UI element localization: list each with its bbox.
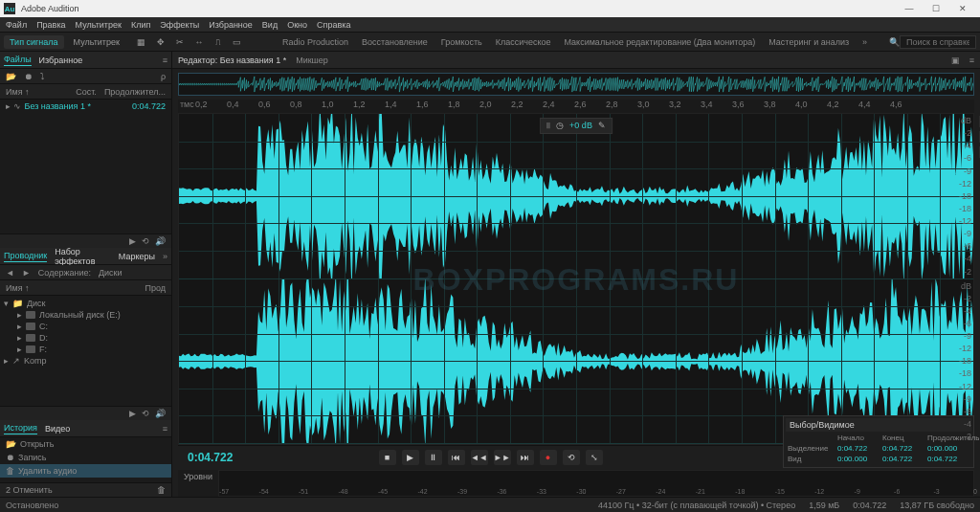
workspace-item[interactable]: Восстановление	[362, 37, 428, 47]
expand-icon[interactable]: ▸	[17, 333, 22, 343]
sel-start[interactable]: 0:04.722	[837, 444, 880, 453]
import-icon[interactable]: ⤵	[40, 72, 45, 81]
hud-pencil-icon[interactable]: ✎	[598, 121, 606, 131]
expand-icon[interactable]: ▸	[17, 310, 22, 320]
panel-menu-icon[interactable]: ≡	[163, 424, 167, 434]
tree-row[interactable]: ▸C:	[4, 321, 167, 332]
sel-end[interactable]: 0:04.722	[882, 444, 925, 453]
skip-selection-button[interactable]: ⤡	[586, 450, 603, 465]
maximize-button[interactable]: ☐	[923, 4, 949, 13]
menu-view[interactable]: Вид	[262, 20, 278, 30]
time-tool-icon[interactable]: ⎍	[212, 37, 225, 47]
workspace-more-icon[interactable]: »	[862, 37, 867, 47]
overview-waveform[interactable]	[178, 73, 974, 96]
file-row[interactable]: ▸ ∿ Без названия 1 * 0:04.722	[0, 100, 171, 113]
tab-browser[interactable]: Проводник	[4, 251, 47, 262]
timecode[interactable]: 0:04.722	[178, 451, 242, 464]
maximize-panel-icon[interactable]: ▣	[951, 56, 960, 65]
col-prod[interactable]: Прод	[145, 283, 166, 293]
view-start[interactable]: 0:00.000	[837, 455, 880, 463]
tab-multitrack[interactable]: Мультитрек	[68, 35, 125, 49]
loop-icon[interactable]: ⟲	[142, 236, 149, 246]
channel-left[interactable]: dB-2-4-6-9-12-18-18-12-9-6-4-2	[179, 114, 973, 279]
workspace-item[interactable]: Максимальное редактирование (Два монитор…	[565, 37, 756, 47]
time-ruler[interactable]: тмс 0,20,40,60,81,01,21,41,61,82,02,22,4…	[178, 100, 974, 113]
workspace-item[interactable]: Мастеринг и анализ	[768, 37, 849, 47]
history-item[interactable]: ⏺Запись	[0, 451, 171, 464]
menu-help[interactable]: Справка	[317, 20, 350, 30]
expand-icon[interactable]: ▾	[4, 299, 9, 308]
menu-multitrack[interactable]: Мультитрек	[76, 20, 122, 30]
panel-menu-icon[interactable]: »	[163, 252, 167, 261]
loop-icon[interactable]: ⟲	[142, 409, 149, 418]
skip-start-button[interactable]: ⏮	[448, 450, 465, 465]
razor-tool-icon[interactable]: ✂	[173, 37, 187, 47]
trash-icon[interactable]: 🗑	[157, 485, 166, 495]
play-icon[interactable]: ▶	[129, 409, 136, 418]
tree-row[interactable]: ▸↗Komp	[4, 355, 167, 367]
menu-favorites[interactable]: Избранное	[209, 20, 253, 30]
play-icon[interactable]: ▶	[129, 236, 136, 246]
history-item[interactable]: 📂Открыть	[0, 437, 171, 451]
col-status[interactable]: Сост.	[76, 87, 97, 97]
menu-clip[interactable]: Клип	[131, 20, 150, 30]
hud-volume[interactable]: +0 dB	[569, 121, 592, 131]
spectral-icon[interactable]: ▦	[135, 37, 148, 47]
search-input[interactable]	[900, 35, 976, 49]
workspace-item[interactable]: Radio Production	[282, 37, 348, 47]
history-item[interactable]: 🗑Удалить аудио	[0, 464, 171, 478]
stop-button[interactable]: ■	[379, 450, 396, 465]
record-icon[interactable]: ⏺	[24, 72, 33, 81]
marquee-tool-icon[interactable]: ▭	[231, 37, 244, 47]
filter-icon[interactable]: ρ	[161, 72, 166, 81]
view-end[interactable]: 0:04.722	[882, 455, 925, 463]
view-dur[interactable]: 0:04.722	[927, 455, 980, 463]
tab-mixer[interactable]: Микшер	[296, 56, 328, 65]
forward-button[interactable]: ►►	[494, 450, 511, 465]
autoplay-icon[interactable]: 🔊	[155, 409, 166, 418]
waveform-display[interactable]: ⫴ ◷ +0 dB ✎ dB-2-4-6-9-12-18-18-12-9-6-4…	[178, 113, 974, 445]
tab-waveform[interactable]: Тип сигнала	[4, 35, 64, 49]
tree-row[interactable]: ▾📁Диск	[4, 298, 167, 309]
open-icon[interactable]: 📂	[6, 72, 16, 81]
tab-editor[interactable]: Редактор: Без названия 1 *	[178, 56, 286, 65]
skip-end-button[interactable]: ⏭	[517, 450, 534, 465]
levels-meter[interactable]: -57-54-51-48-45-42-39-36-33-30-27-24-21-…	[218, 470, 974, 497]
minimize-button[interactable]: —	[896, 4, 923, 13]
workspace-item[interactable]: Громкость	[441, 37, 482, 47]
fwd-icon[interactable]: ►	[22, 268, 31, 278]
tree-row[interactable]: ▸Локальный диск (E:)	[4, 309, 167, 321]
col-name[interactable]: Имя ↑	[6, 87, 68, 97]
tab-effects-rack[interactable]: Набор эффектов	[55, 247, 111, 266]
menu-edit[interactable]: Правка	[36, 20, 65, 30]
pause-button[interactable]: ⏸	[425, 450, 442, 465]
tree-row[interactable]: ▸D:	[4, 332, 167, 344]
col-duration[interactable]: Продолжител...	[104, 87, 166, 97]
tab-files[interactable]: Файлы	[4, 55, 32, 66]
record-button[interactable]: ●	[540, 450, 557, 465]
rewind-button[interactable]: ◄◄	[471, 450, 488, 465]
hud-clock-icon[interactable]: ◷	[556, 121, 564, 131]
expand-icon[interactable]: ▸	[17, 345, 22, 354]
col-name[interactable]: Имя ↑	[6, 283, 137, 293]
play-button[interactable]: ▶	[402, 450, 419, 465]
tab-video[interactable]: Видео	[45, 424, 70, 434]
tab-markers[interactable]: Маркеры	[119, 252, 155, 261]
slip-tool-icon[interactable]: ↔	[192, 37, 206, 47]
move-tool-icon[interactable]: ✥	[154, 37, 167, 47]
drives-label[interactable]: Диски	[99, 268, 122, 278]
tab-history[interactable]: История	[4, 423, 37, 434]
sel-dur[interactable]: 0:00.000	[927, 444, 980, 453]
workspace-item[interactable]: Классическое	[496, 37, 551, 47]
autoplay-icon[interactable]: 🔊	[155, 236, 166, 246]
back-icon[interactable]: ◄	[6, 268, 14, 278]
loop-button[interactable]: ⟲	[563, 450, 580, 465]
panel-menu-icon[interactable]: ≡	[969, 56, 974, 65]
menu-window[interactable]: Окно	[287, 20, 307, 30]
panel-menu-icon[interactable]: ≡	[163, 56, 167, 65]
hud-levels-icon[interactable]: ⫴	[546, 121, 550, 131]
expand-icon[interactable]: ▸	[4, 356, 9, 366]
tree-row[interactable]: ▸F:	[4, 344, 167, 355]
close-button[interactable]: ✕	[949, 4, 976, 13]
expand-icon[interactable]: ▸	[17, 322, 22, 331]
